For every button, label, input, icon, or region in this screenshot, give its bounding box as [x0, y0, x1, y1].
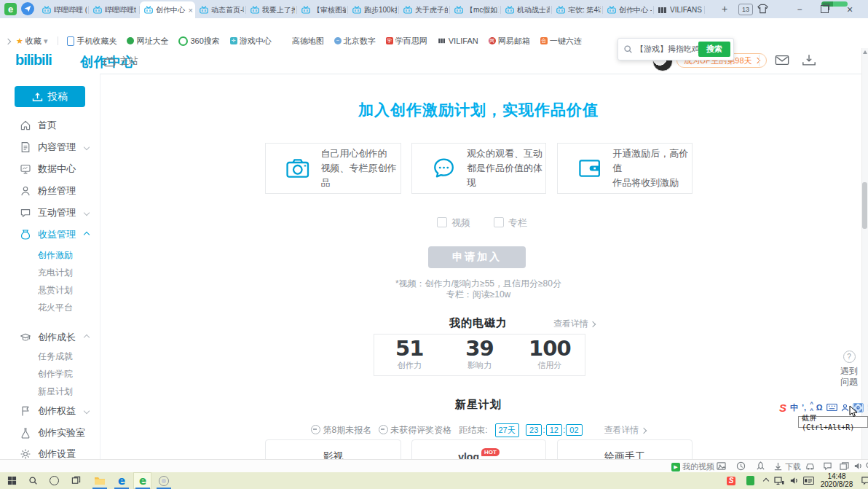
tab-count-box[interactable]: 13: [738, 4, 753, 15]
checkbox-column[interactable]: 专栏: [494, 216, 527, 230]
tab[interactable]: 创作中心 -: [603, 1, 654, 18]
sidebar-item-rights[interactable]: 创作权益: [0, 402, 100, 420]
tab[interactable]: 宅饮: 第4话: [552, 1, 603, 18]
tab[interactable]: 【审核图鉴: [297, 1, 348, 18]
new-tab-button[interactable]: +: [717, 2, 732, 16]
sidebar-item-income[interactable]: 收益管理: [0, 226, 100, 243]
search-query[interactable]: 【游戏】拇指吃鸡: [636, 44, 698, 55]
star-status-row: 第8期未报名 未获得评奖资格 距结束: 27天 23:12:02 查看详情: [100, 423, 857, 437]
ime-emoji-icon[interactable]: ^ ^: [810, 401, 813, 414]
sidebar-item-lab[interactable]: 创作实验室: [0, 424, 100, 442]
tab[interactable]: 关于虎子的: [399, 1, 450, 18]
bookmark-item[interactable]: 学学而思网: [386, 36, 427, 47]
tray-sogou-icon[interactable]: S: [722, 472, 740, 489]
checkbox-video[interactable]: 视频: [437, 216, 470, 230]
my-video-button[interactable]: ▶我的视频: [671, 461, 714, 472]
sidebar-item-data[interactable]: 数据中心: [0, 160, 100, 178]
skin-car-icon[interactable]: [805, 461, 815, 471]
paper-plane-icon[interactable]: [21, 2, 34, 15]
taskbar-search-icon[interactable]: [24, 472, 42, 489]
ime-keyboard-icon[interactable]: [826, 404, 837, 411]
boost-rocket-icon[interactable]: [756, 461, 765, 471]
start-button[interactable]: [3, 472, 20, 489]
tab[interactable]: VILIFANS: [654, 1, 705, 18]
clock[interactable]: 14:48 2020/8/28: [814, 473, 859, 488]
sidebar-collapse-icon[interactable]: [6, 36, 10, 45]
tab-close-icon[interactable]: ×: [189, 6, 193, 15]
star-detail-link[interactable]: 查看详情: [604, 424, 646, 437]
sidebar-item-fans[interactable]: 粉丝管理: [0, 182, 100, 200]
tab-active[interactable]: 创作中心 -×: [140, 1, 195, 18]
bilibili-logo[interactable]: bilibili: [15, 52, 52, 69]
tray-usb-icon[interactable]: [741, 472, 759, 489]
close-button[interactable]: ×: [839, 0, 861, 18]
bookmark-item[interactable]: 合一键六连: [540, 36, 582, 47]
search-popup[interactable]: 【游戏】拇指吃鸡 搜索: [618, 38, 734, 60]
sidebar-item-newstar[interactable]: 新星计划: [0, 383, 100, 400]
history-clock-icon[interactable]: [736, 461, 746, 471]
action-center-icon[interactable]: [856, 472, 868, 489]
main-site-link[interactable]: 主站: [103, 55, 138, 68]
recorder-app-icon[interactable]: [155, 472, 173, 489]
tab[interactable]: 哔哩哔哩 (: [38, 1, 89, 18]
ime-symbols-icon[interactable]: Ω: [816, 403, 823, 412]
ime-mode-chinese[interactable]: 中: [790, 402, 798, 413]
task-view-icon[interactable]: [67, 472, 84, 489]
scrollbar-thumb[interactable]: [862, 182, 867, 229]
sidebar-item-charging[interactable]: 充电计划: [0, 264, 100, 281]
bookmark-item[interactable]: ~北京数字: [334, 36, 376, 47]
tab[interactable]: 机动战士高: [501, 1, 552, 18]
scrollbar-up-icon[interactable]: [863, 50, 867, 54]
checkbox-icon[interactable]: [437, 217, 447, 227]
bookmark-item[interactable]: VILIFAN: [438, 36, 478, 45]
tab[interactable]: 动态首页-哔: [195, 1, 246, 18]
browser-logo-icon[interactable]: e: [4, 3, 17, 15]
minimize-button[interactable]: −: [789, 0, 810, 18]
volume-icon[interactable]: [853, 461, 863, 471]
apply-join-button[interactable]: 申请加入: [428, 246, 526, 268]
restore-button[interactable]: [813, 0, 835, 18]
power-detail-link[interactable]: 查看详情: [553, 318, 595, 330]
sidebar-item-interaction[interactable]: 互动管理: [0, 204, 100, 222]
sogou-logo-icon[interactable]: S: [779, 402, 786, 414]
download-manager-button[interactable]: 下载: [773, 461, 801, 472]
sidebar-item-content[interactable]: 内容管理: [0, 138, 100, 156]
tab[interactable]: 哔哩哔哩t: [89, 1, 140, 18]
browser-360-icon[interactable]: e: [134, 472, 151, 489]
bookmark-item[interactable]: 高德地图: [282, 36, 324, 47]
sidebar-item-academy[interactable]: 创作学院: [0, 365, 100, 383]
bookmark-item[interactable]: 网址大全: [127, 36, 168, 47]
ime-punctuation-icon[interactable]: ’,: [802, 403, 806, 412]
mail-icon[interactable]: [775, 54, 789, 66]
sidebar-item-bounty[interactable]: 悬赏计划: [0, 281, 100, 299]
messenger-icon[interactable]: [823, 461, 832, 471]
page-search-icon[interactable]: [865, 461, 868, 470]
theme-shirt-icon[interactable]: [757, 4, 768, 14]
tab[interactable]: 【mc假如】: [450, 1, 501, 18]
submit-button[interactable]: 投稿: [15, 86, 85, 107]
sidebar-item-home[interactable]: 首页: [0, 117, 100, 134]
cortana-icon[interactable]: [45, 472, 63, 489]
search-button[interactable]: 搜索: [698, 42, 730, 57]
bookmark-item[interactable]: ✛游戏中心: [230, 36, 272, 47]
help-float[interactable]: ? 遇到 问题: [836, 351, 862, 388]
bookmark-item[interactable]: 手机收藏夹: [67, 36, 117, 47]
sidebar-item-huahuo[interactable]: 花火平台: [0, 299, 100, 316]
download-icon[interactable]: [802, 54, 816, 66]
checkbox-icon[interactable]: [494, 217, 504, 227]
chevron-down-icon: [84, 210, 90, 216]
sidebar-item-growth[interactable]: 创作成长: [0, 329, 100, 346]
sidebar-item-incentive[interactable]: 创作激励: [0, 246, 100, 264]
image-tool-icon[interactable]: [717, 461, 726, 471]
bookmark-item[interactable]: 360搜索: [178, 36, 219, 47]
tab[interactable]: 跑步100k挑: [348, 1, 399, 18]
favorites-menu[interactable]: ★ 收藏 ▾: [16, 36, 47, 47]
scrollbar-track[interactable]: [861, 48, 868, 459]
edge-icon[interactable]: e: [113, 472, 130, 489]
tab[interactable]: 我要上了推: [246, 1, 297, 18]
ime-skin-icon[interactable]: [841, 404, 849, 412]
file-explorer-icon[interactable]: [91, 472, 108, 489]
bookmark-item[interactable]: 网网易邮箱: [489, 36, 530, 47]
windows-panel-icon[interactable]: [840, 461, 849, 471]
sidebar-item-tasks[interactable]: 任务成就: [0, 348, 100, 365]
